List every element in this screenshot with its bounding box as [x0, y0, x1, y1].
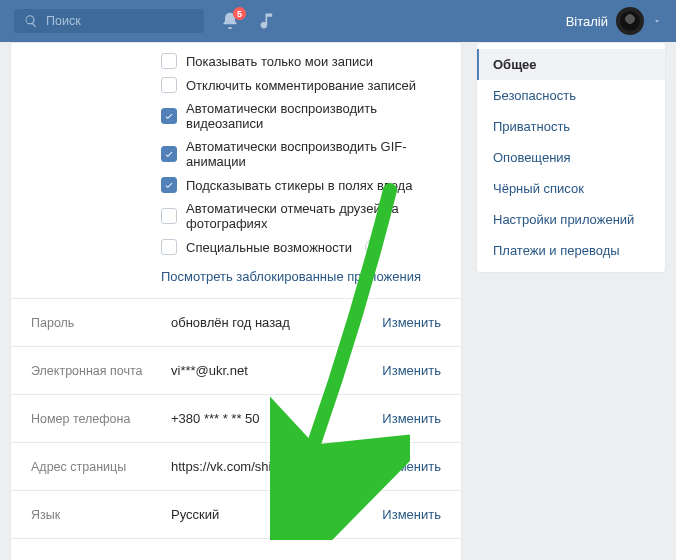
checkbox[interactable] — [161, 53, 177, 69]
sidebar-item[interactable]: Безопасность — [477, 80, 665, 111]
setting-label: Пароль — [31, 316, 171, 330]
checkbox-label: Автоматически воспроизводить видеозаписи — [186, 101, 441, 131]
setting-row: ЯзыкРусскийИзменить — [11, 490, 461, 538]
checkbox-row: Показывать только мои записи — [161, 49, 441, 73]
checkbox[interactable] — [161, 208, 177, 224]
setting-change-link[interactable]: Изменить — [361, 411, 441, 426]
setting-change-link[interactable]: Изменить — [361, 507, 441, 522]
checkbox-label: Автоматически воспроизводить GIF-анимаци… — [186, 139, 441, 169]
setting-change-link[interactable]: Изменить — [361, 459, 441, 474]
setting-row: Адрес страницыhttps://vk.com/shipiloff_v… — [11, 442, 461, 490]
setting-label: Номер телефона — [31, 412, 171, 426]
checkbox[interactable] — [161, 239, 177, 255]
checkbox-row: Автоматически отмечать друзей на фотогра… — [161, 197, 441, 235]
checkbox-label: Автоматически отмечать друзей на фотогра… — [186, 201, 441, 231]
search-input[interactable]: Поиск — [14, 9, 204, 33]
setting-value: vi***@ukr.net — [171, 363, 361, 378]
app-header: Поиск 5 Віталій — [0, 0, 676, 42]
setting-change-link[interactable]: Изменить — [361, 363, 441, 378]
chevron-down-icon — [652, 16, 662, 26]
checkbox-row: Автоматически воспроизводить GIF-анимаци… — [161, 135, 441, 173]
setting-value: https://vk.com/shipiloff_vitalik — [171, 459, 361, 474]
sidebar-item[interactable]: Приватность — [477, 111, 665, 142]
settings-panel: Показывать только мои записиОтключить ко… — [10, 42, 462, 560]
checkbox[interactable] — [161, 177, 177, 193]
setting-row: Номер телефона+380 *** * ** 50Изменить — [11, 394, 461, 442]
user-menu[interactable]: Віталій — [566, 7, 662, 35]
setting-row: Электронная почтаvi***@ukr.netИзменить — [11, 346, 461, 394]
music-icon — [258, 11, 278, 31]
checkbox-row: Отключить комментирование записей — [161, 73, 441, 97]
delete-page-row: Вы можете удалить свою страницу. — [11, 538, 461, 560]
blocked-apps-link[interactable]: Посмотреть заблокированные приложения — [161, 259, 441, 284]
sidebar-item[interactable]: Оповещения — [477, 142, 665, 173]
avatar — [616, 7, 644, 35]
checkbox-row: Автоматически воспроизводить видеозаписи — [161, 97, 441, 135]
sidebar-item[interactable]: Настройки приложений — [477, 204, 665, 235]
setting-value: обновлён год назад — [171, 315, 361, 330]
setting-value: Русский — [171, 507, 361, 522]
checkbox[interactable] — [161, 77, 177, 93]
checkbox[interactable] — [161, 108, 177, 124]
notifications-badge: 5 — [233, 7, 246, 20]
search-placeholder: Поиск — [46, 14, 81, 28]
setting-label: Электронная почта — [31, 364, 171, 378]
checkbox-row: Специальные возможности? — [161, 235, 441, 259]
sidebar-item[interactable]: Чёрный список — [477, 173, 665, 204]
checkbox-label: Специальные возможности — [186, 240, 352, 255]
help-icon[interactable]: ? — [365, 239, 381, 255]
setting-label: Адрес страницы — [31, 460, 171, 474]
checkbox-label: Показывать только мои записи — [186, 54, 373, 69]
setting-change-link[interactable]: Изменить — [361, 315, 441, 330]
checkbox-list: Показывать только мои записиОтключить ко… — [11, 43, 461, 298]
checkbox[interactable] — [161, 146, 177, 162]
setting-row: Парольобновлён год назадИзменить — [11, 298, 461, 346]
checkbox-row: Подсказывать стикеры в полях ввода — [161, 173, 441, 197]
checkbox-label: Отключить комментирование записей — [186, 78, 416, 93]
notifications-button[interactable]: 5 — [218, 9, 242, 33]
search-icon — [24, 14, 38, 28]
sidebar-item[interactable]: Общее — [477, 49, 665, 80]
music-button[interactable] — [256, 9, 280, 33]
sidebar-item[interactable]: Платежи и переводы — [477, 235, 665, 266]
settings-sidebar: ОбщееБезопасностьПриватностьОповещенияЧё… — [476, 42, 666, 273]
setting-value: +380 *** * ** 50 — [171, 411, 361, 426]
checkbox-label: Подсказывать стикеры в полях ввода — [186, 178, 412, 193]
setting-label: Язык — [31, 508, 171, 522]
username-label: Віталій — [566, 14, 608, 29]
